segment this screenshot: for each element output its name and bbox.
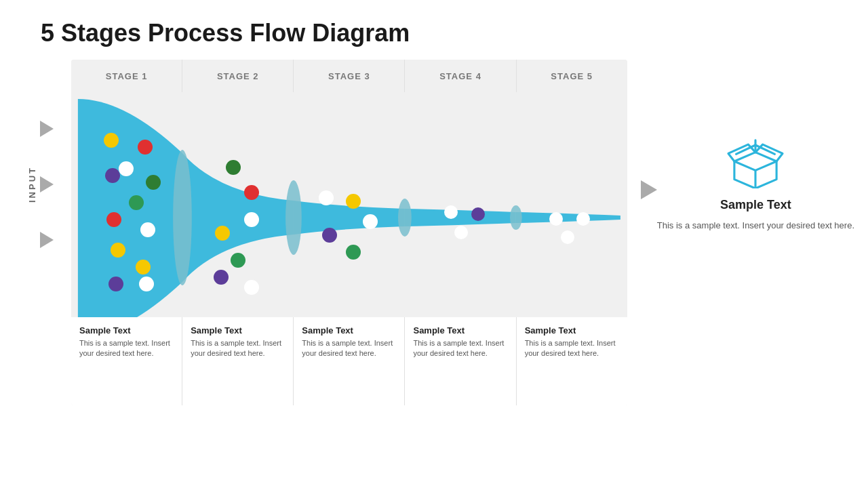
input-label: INPUT: [27, 166, 37, 203]
svg-point-1: [285, 180, 302, 255]
text-block-1: Sample Text This is a sample text. Inser…: [71, 317, 182, 405]
dot-s1-11: [108, 277, 123, 291]
dot-s1-1: [104, 133, 119, 148]
text-block-2: Sample Text This is a sample text. Inser…: [182, 317, 294, 405]
text-block-4-body: This is a sample text. Insert your desir…: [413, 338, 507, 359]
dot-s1-10: [136, 260, 151, 274]
box-icon: [725, 134, 786, 191]
text-block-4: Sample Text This is a sample text. Inser…: [405, 317, 516, 405]
text-block-3-title: Sample Text: [302, 325, 396, 336]
dot-s3-2: [346, 194, 361, 209]
right-panel: Sample Text This is a sample text. Inser…: [657, 134, 854, 232]
stage-header-4: STAGE 4: [405, 60, 516, 92]
dot-s2-7: [244, 280, 259, 295]
text-block-2-body: This is a sample text. Insert your desir…: [191, 338, 285, 359]
stage-header-5: STAGE 5: [517, 60, 627, 92]
text-block-1-title: Sample Text: [79, 325, 174, 336]
dot-s3-3: [363, 214, 378, 229]
dot-s2-4: [244, 212, 259, 227]
dot-s1-4: [146, 175, 161, 190]
dot-s2-3: [215, 226, 230, 241]
stage-headers: STAGE 1 STAGE 2 STAGE 3 STAGE 4 STAGE 5: [71, 60, 627, 92]
dot-s1-9: [111, 243, 125, 258]
funnel-svg-container: [71, 92, 627, 343]
stage-header-3: STAGE 3: [294, 60, 405, 92]
dot-s2-1: [226, 160, 241, 175]
dot-s3-5: [346, 245, 361, 260]
dot-s2-5: [231, 253, 245, 268]
input-arrow-3: [40, 232, 54, 248]
dot-s1-3: [119, 161, 134, 176]
stage-header-2: STAGE 2: [182, 60, 294, 92]
dot-s4-1: [444, 205, 458, 219]
dot-s1-5: [105, 168, 120, 183]
dot-s5-1: [549, 212, 563, 226]
dot-s5-3: [561, 230, 574, 244]
input-section: INPUT: [27, 121, 54, 248]
text-block-2-title: Sample Text: [191, 325, 285, 336]
output-arrow: [641, 180, 657, 199]
dot-s5-2: [576, 212, 590, 226]
dot-s1-7: [106, 212, 121, 227]
svg-point-2: [398, 199, 412, 237]
dot-s1-6: [129, 195, 144, 210]
dot-s4-3: [454, 226, 468, 239]
svg-point-0: [173, 150, 192, 285]
text-block-3-body: This is a sample text. Insert your desir…: [302, 338, 396, 359]
text-block-5: Sample Text This is a sample text. Inser…: [517, 317, 627, 405]
right-output-section: Sample Text This is a sample text. Inser…: [641, 148, 854, 232]
text-block-3: Sample Text This is a sample text. Inser…: [294, 317, 405, 405]
stage-header-1: STAGE 1: [71, 60, 182, 92]
input-arrow-1: [40, 121, 54, 137]
svg-point-3: [510, 205, 522, 230]
dot-s1-8: [140, 222, 155, 237]
input-arrow-2: [40, 176, 54, 192]
dot-s3-4: [322, 228, 337, 243]
text-block-5-body: This is a sample text. Insert your desir…: [525, 338, 619, 359]
input-arrows: [40, 121, 54, 248]
text-block-5-title: Sample Text: [525, 325, 619, 336]
text-blocks-row: Sample Text This is a sample text. Inser…: [71, 317, 627, 405]
right-panel-body: This is a sample text. Insert your desir…: [657, 219, 854, 232]
text-block-4-title: Sample Text: [413, 325, 507, 336]
dot-s1-2: [138, 140, 153, 155]
text-block-1-body: This is a sample text. Insert your desir…: [79, 338, 174, 359]
dot-s2-6: [214, 270, 229, 285]
dot-s4-2: [471, 207, 485, 221]
diagram-area: STAGE 1 STAGE 2 STAGE 3 STAGE 4 STAGE 5: [71, 60, 627, 405]
dot-s3-1: [319, 190, 334, 205]
page-title: 5 Stages Process Flow Diagram: [0, 0, 868, 60]
dot-s1-12: [139, 277, 154, 291]
right-panel-title: Sample Text: [720, 198, 791, 212]
dot-s2-2: [244, 185, 259, 200]
